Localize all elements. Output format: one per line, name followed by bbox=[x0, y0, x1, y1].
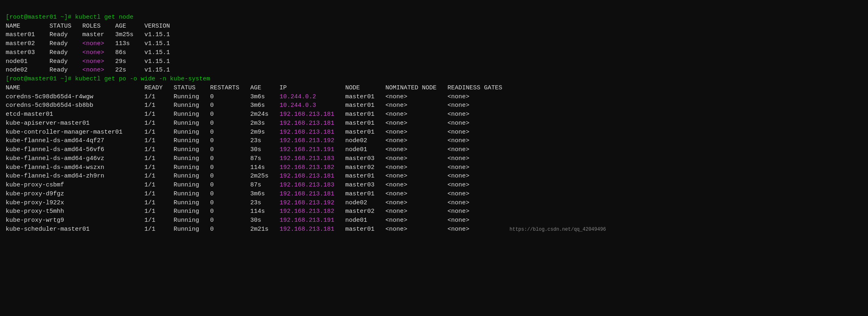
pod-row-14: kube-proxy-t5mhh 1/1 Running 0 114s 192.… bbox=[6, 208, 469, 215]
prompt-line-2: [root@master01 ~]# kubectl get po -o wid… bbox=[6, 76, 210, 82]
node-row-master01: master01 Ready master 3m25s v1.15.1 bbox=[6, 31, 170, 38]
pod-row-11: kube-proxy-csbmf 1/1 Running 0 87s 192.1… bbox=[6, 182, 469, 188]
pod-row-6: kube-flannel-ds-amd64-4qf27 1/1 Running … bbox=[6, 137, 469, 144]
pod-row-1: coredns-5c98db65d4-r4wgw 1/1 Running 0 3… bbox=[6, 93, 469, 100]
pod-row-15: kube-proxy-wrtg9 1/1 Running 0 30s 192.1… bbox=[6, 217, 469, 224]
pod-row-8: kube-flannel-ds-amd64-g46vz 1/1 Running … bbox=[6, 155, 469, 162]
pod-row-5: kube-controller-manager-master01 1/1 Run… bbox=[6, 129, 469, 136]
pod-row-2: coredns-5c98db65d4-sb8bb 1/1 Running 0 3… bbox=[6, 102, 469, 109]
pod-row-12: kube-proxy-d9fgz 1/1 Running 0 3m6s 192.… bbox=[6, 190, 469, 197]
node-row-node01: node01 Ready <none> 29s v1.15.1 bbox=[6, 58, 170, 65]
pod-row-10: kube-flannel-ds-amd64-zh9rn 1/1 Running … bbox=[6, 173, 469, 180]
pod-row-3: etcd-master01 1/1 Running 0 2m24s 192.16… bbox=[6, 111, 469, 118]
pod-row-7: kube-flannel-ds-amd64-56vf6 1/1 Running … bbox=[6, 146, 469, 153]
pod-row-16: kube-scheduler-master01 1/1 Running 0 2m… bbox=[6, 226, 606, 233]
node-row-master03: master03 Ready <none> 86s v1.15.1 bbox=[6, 49, 170, 56]
terminal-output: [root@master01 ~]# kubectl get node NAME… bbox=[6, 4, 862, 242]
node-row-node02: node02 Ready <none> 22s v1.15.1 bbox=[6, 67, 170, 74]
prompt-line-1: [root@master01 ~]# kubectl get node bbox=[6, 14, 133, 21]
pod-row-13: kube-proxy-l922x 1/1 Running 0 23s 192.1… bbox=[6, 199, 469, 206]
node-header: NAME STATUS ROLES AGE VERSION bbox=[6, 23, 170, 30]
pod-row-4: kube-apiserver-master01 1/1 Running 0 2m… bbox=[6, 120, 469, 127]
pod-header: NAME READY STATUS RESTARTS AGE IP NODE N… bbox=[6, 84, 502, 91]
pod-row-9: kube-flannel-ds-amd64-wszxn 1/1 Running … bbox=[6, 164, 469, 171]
node-row-master02: master02 Ready <none> 113s v1.15.1 bbox=[6, 40, 170, 47]
